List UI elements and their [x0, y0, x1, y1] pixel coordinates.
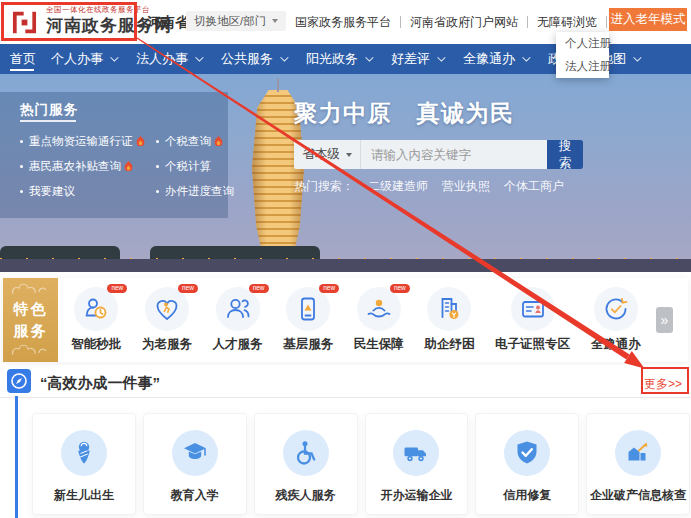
talent-people-icon	[223, 294, 253, 324]
shield-check-icon	[512, 438, 542, 468]
card-label: 新生儿出生	[54, 487, 114, 504]
banner-base	[0, 259, 691, 272]
featured-item-grassroots-services[interactable]: new 基层服务	[283, 287, 333, 353]
bullet-icon	[20, 140, 23, 143]
card-disabled-services[interactable]: 残疾人服务	[254, 413, 358, 515]
nav-open-government[interactable]: 阳光政务	[296, 44, 381, 74]
card-label: 残疾人服务	[276, 487, 336, 504]
one-thing-title: “高效办成一件事”	[40, 374, 160, 393]
nav-label: 首页	[10, 50, 36, 68]
chevron-down-icon	[365, 53, 373, 61]
search-scope-select[interactable]: 省本级	[294, 140, 361, 169]
card-credit-repair[interactable]: 信用修复	[475, 413, 579, 515]
region-switcher[interactable]: 切换地区/部门	[186, 11, 286, 31]
flame-icon	[136, 136, 145, 147]
hot-service-tax-calc[interactable]: 个税计算	[156, 154, 234, 179]
new-badge: new	[107, 284, 127, 293]
hot-services-title: 热门服务	[20, 101, 78, 119]
featured-item-enterprise-relief[interactable]: 助企纾困	[424, 287, 474, 353]
search-button[interactable]: 搜索	[547, 140, 583, 169]
hot-service-label: 重点物资运输通行证	[29, 134, 133, 149]
one-thing-cards: 新生儿出生 教育入学 残疾人服务	[32, 413, 690, 515]
hot-service-label: 个税查询	[165, 134, 211, 149]
hot-services-panel: 热门服务 重点物资运输通行证 个税查询 惠民惠农补贴查询 个税计算 我要建议 办…	[0, 92, 228, 218]
enterprise-coin-icon	[434, 294, 464, 324]
hot-keyword-license[interactable]: 营业执照	[442, 178, 490, 195]
nav-label: 法人办事	[136, 50, 188, 68]
hot-service-progress-query[interactable]: 办件进度查询	[156, 179, 234, 204]
featured-item-talent-services[interactable]: new 人才服务	[213, 287, 263, 353]
featured-item-label: 民生保障	[354, 336, 404, 353]
hot-service-tax-query[interactable]: 个税查询	[156, 129, 234, 154]
nav-home[interactable]: 首页	[5, 44, 41, 74]
featured-item-livelihood[interactable]: new 民生保障	[354, 287, 404, 353]
search-input[interactable]	[361, 140, 547, 169]
banner-slogan: 聚力中原 真诚为民	[294, 98, 515, 129]
featured-item-elderly-services[interactable]: new 为老服务	[142, 287, 192, 353]
nav-label: 个人办事	[51, 50, 103, 68]
title-underline	[20, 120, 76, 122]
hot-search-label: 热门搜索：	[294, 178, 354, 195]
icon-circle: new	[357, 287, 401, 331]
nav-legal-services[interactable]: 法人办事	[126, 44, 211, 74]
bullet-icon	[20, 190, 23, 193]
icon-circle	[393, 430, 439, 476]
nav-label: 好差评	[391, 50, 430, 68]
cloud-ornament-icon	[9, 343, 51, 359]
featured-item-instant-approval[interactable]: new 智能秒批	[71, 287, 121, 353]
bullet-icon	[20, 165, 23, 168]
menu-item-personal-register[interactable]: 个人注册	[556, 32, 609, 55]
graduation-cap-icon	[180, 438, 210, 468]
more-link[interactable]: 更多>>	[644, 376, 682, 393]
card-bankruptcy-check[interactable]: 企业破产信息核查	[586, 413, 690, 515]
flame-icon	[124, 161, 133, 172]
hot-service-transport-permit[interactable]: 重点物资运输通行证	[20, 129, 156, 154]
card-label: 开办运输企业	[380, 487, 452, 504]
link-accessibility[interactable]: 无障碍浏览	[537, 14, 597, 31]
featured-services-strip: 特色 服务 new 智能秒批 new 为老服务	[3, 278, 688, 362]
region-switcher-label: 切换地区/部门	[194, 14, 266, 29]
hands-care-icon	[364, 294, 394, 324]
card-label: 企业破产信息核查	[590, 487, 686, 504]
bullet-icon	[156, 190, 159, 193]
icon-circle: new	[74, 287, 118, 331]
new-badge: new	[390, 284, 410, 293]
truck-icon	[401, 438, 431, 468]
featured-services-label: 特色 服务	[3, 278, 58, 362]
hot-service-suggestion[interactable]: 我要建议	[20, 179, 156, 204]
link-henan-portal[interactable]: 河南省政府门户网站	[410, 14, 518, 31]
featured-item-e-license[interactable]: 电子证照专区	[495, 287, 570, 353]
nav-rating[interactable]: 好差评	[381, 44, 453, 74]
nav-label: 全豫通办	[463, 50, 515, 68]
building-arrow-icon	[623, 438, 653, 468]
card-education-enrollment[interactable]: 教育入学	[143, 413, 247, 515]
hot-service-label: 个税计算	[165, 159, 211, 174]
cloud-ornament-icon	[9, 282, 51, 298]
divider	[400, 16, 401, 28]
carousel-next-button[interactable]: »	[656, 307, 673, 333]
elder-mode-button[interactable]: 进入老年模式	[609, 8, 687, 31]
hot-service-label: 惠民惠农补贴查询	[29, 159, 121, 174]
icon-circle	[615, 430, 661, 476]
menu-item-legal-register[interactable]: 法人注册	[556, 55, 609, 78]
icon-circle	[504, 430, 550, 476]
section-left-guide-line	[15, 396, 18, 518]
card-newborn[interactable]: 新生儿出生	[32, 413, 136, 515]
featured-item-label: 全豫通办	[591, 336, 641, 353]
icon-circle: new	[286, 287, 330, 331]
chevron-down-icon	[195, 53, 203, 61]
icon-circle	[283, 430, 329, 476]
search-scope-value: 省本级	[302, 146, 340, 163]
link-national-platform[interactable]: 国家政务服务平台	[295, 14, 391, 31]
hot-keyword-individual[interactable]: 个体工商户	[504, 178, 564, 195]
nav-label: 公共服务	[221, 50, 273, 68]
hot-keyword-builder[interactable]: 二级建造师	[368, 178, 428, 195]
nav-personal-services[interactable]: 个人办事	[41, 44, 126, 74]
hot-search-row: 热门搜索： 二级建造师 营业执照 个体工商户	[294, 178, 564, 195]
featured-item-province-wide[interactable]: 全豫通办	[591, 287, 641, 353]
hot-service-subsidy-query[interactable]: 惠民惠农补贴查询	[20, 154, 156, 179]
nav-public-services[interactable]: 公共服务	[211, 44, 296, 74]
card-transport-enterprise[interactable]: 开办运输企业	[365, 413, 469, 515]
card-label: 教育入学	[171, 487, 219, 504]
nav-province-wide[interactable]: 全豫通办	[453, 44, 538, 74]
